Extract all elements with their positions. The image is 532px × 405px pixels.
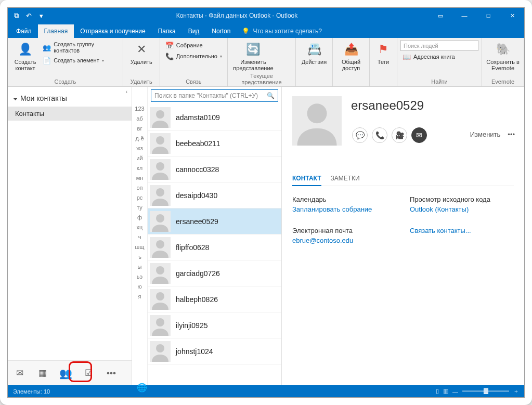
alpha-index[interactable]: ий (136, 155, 142, 161)
new-group-button[interactable]: 👥Создать группу контактов (41, 40, 120, 55)
view-reading-icon[interactable]: ▥ (443, 388, 448, 395)
edit-contact-button[interactable]: Изменить (470, 130, 501, 138)
alpha-index[interactable]: д-ё (135, 135, 144, 141)
tab-home[interactable]: Главная (38, 24, 74, 38)
alpha-index[interactable]: ы (138, 264, 142, 270)
alpha-index[interactable]: ю (137, 283, 141, 290)
zoom-out-icon[interactable]: — (452, 388, 458, 395)
alpha-index[interactable]: 123 (135, 106, 144, 112)
tab-file[interactable]: Файл (10, 24, 38, 38)
alpha-index[interactable]: ъ (138, 254, 141, 260)
my-contacts-header[interactable]: Мои контакты (13, 91, 126, 106)
view-normal-icon[interactable]: ▯ (436, 388, 439, 395)
address-book-button[interactable]: 📖Адресная книга (400, 51, 478, 62)
group-find-label: Найти (400, 78, 478, 85)
contact-row[interactable]: ersanee0529 (148, 208, 281, 234)
alpha-index[interactable]: ьэ (137, 273, 142, 280)
avatar-icon (150, 185, 171, 206)
schedule-meeting-link[interactable]: Запланировать собрание (292, 205, 391, 213)
contact-row[interactable]: desaipd0430 (148, 182, 281, 208)
alpha-index[interactable]: рс (137, 194, 143, 201)
contact-row[interactable]: johnstj1024 (148, 338, 281, 364)
meeting-button[interactable]: 📅Собрание (163, 40, 224, 50)
alpha-index[interactable]: ф (137, 214, 142, 220)
tab-contact[interactable]: КОНТАКТ (292, 172, 321, 186)
alpha-index[interactable]: ч (138, 234, 141, 240)
alpha-index[interactable]: хц (137, 224, 143, 230)
delete-label: Удалить (131, 59, 152, 65)
alpha-index[interactable]: аб (136, 115, 142, 122)
change-view-label: Изменить представление (231, 59, 275, 71)
calendar-icon: 📅 (165, 41, 174, 49)
tell-me-label: Что вы хотите сделать? (253, 28, 322, 35)
alpha-index[interactable]: вг (137, 125, 142, 132)
contacts-folder[interactable]: Контакты (8, 107, 132, 121)
calendar-nav-icon[interactable]: ▦ (35, 365, 50, 381)
contact-row[interactable]: beebeab0211 (148, 130, 281, 156)
people-nav-icon[interactable]: 👥 (58, 365, 73, 381)
zoom-in-icon[interactable]: ＋ (513, 387, 519, 395)
search-icon[interactable]: 🔍 (267, 92, 275, 99)
alpha-index[interactable]: шщ (135, 244, 145, 250)
chevron-down-icon: ▾ (220, 54, 222, 59)
ribbon-display-icon[interactable]: ▭ (429, 8, 452, 23)
source-link[interactable]: Outlook (Контакты) (410, 205, 509, 213)
tell-me-search[interactable]: 💡 Что вы хотите сделать? (237, 24, 327, 38)
undo-icon[interactable]: ↶ (24, 11, 33, 20)
maximize-button[interactable]: □ (476, 8, 500, 23)
evernote-button[interactable]: 🐘Сохранить в Evernote (485, 40, 521, 72)
contact-row[interactable]: flipffo0628 (148, 234, 281, 260)
change-view-button[interactable]: 🔄Изменить представление (231, 40, 276, 72)
email-heading: Электронная почта (292, 227, 391, 234)
qat-more-icon[interactable]: ▾ (37, 11, 45, 20)
new-item-button[interactable]: 📄Создать элемент ▾ (41, 55, 120, 66)
tab-norton[interactable]: Norton (205, 24, 237, 38)
collapse-pane-icon[interactable]: ‹ (126, 89, 127, 95)
tab-sendreceive[interactable]: Отправка и получение (74, 24, 151, 38)
alpha-index[interactable]: жз (136, 145, 142, 151)
tags-button[interactable]: ⚑Теги (373, 40, 394, 66)
zoom-slider[interactable] (462, 390, 509, 392)
more-options-icon[interactable]: ••• (508, 130, 515, 138)
contact-name: ersanee0529 (176, 217, 218, 226)
alpha-index[interactable]: мн (136, 175, 144, 181)
alpha-index[interactable]: ту (137, 204, 142, 211)
new-contact-button[interactable]: 👤 Создать контакт (11, 40, 40, 72)
refresh-icon: 🔄 (245, 41, 262, 58)
actions-button[interactable]: 📇Действия (299, 40, 329, 66)
contact-row[interactable]: cannocc0328 (148, 156, 281, 182)
contact-row[interactable]: halbeph0826 (148, 286, 281, 312)
call-action-icon[interactable]: 📞 (372, 127, 387, 143)
email-action-icon[interactable]: ✉ (411, 127, 427, 143)
contact-row[interactable]: ilyinji0925 (148, 312, 281, 338)
svg-point-1 (156, 136, 164, 145)
alpha-index[interactable]: оп (136, 185, 142, 191)
tasks-nav-icon[interactable]: ☑ (81, 365, 96, 381)
contact-row[interactable]: adamsta0109 (148, 104, 281, 130)
share-button[interactable]: 📤Общий доступ (336, 40, 366, 72)
link-contacts-link[interactable]: Связать контакты... (410, 227, 509, 234)
contact-row[interactable]: garciadg0726 (148, 260, 281, 286)
video-action-icon[interactable]: 🎥 (392, 127, 407, 143)
delete-button[interactable]: ✕Удалить (126, 40, 157, 66)
globe-people-icon[interactable]: 🌐 (137, 383, 147, 393)
more-comm-button[interactable]: 📞Дополнительно ▾ (163, 51, 224, 61)
tags-label: Теги (378, 59, 389, 65)
evernote-icon: 🐘 (495, 41, 511, 58)
tab-folder[interactable]: Папка (152, 24, 182, 38)
more-comm-label: Дополнительно (176, 53, 217, 59)
close-button[interactable]: ✕ (500, 8, 524, 23)
folder-search-input[interactable]: Поиск в папке "Контакты" (CTRL+У) 🔍 (151, 89, 278, 102)
source-heading: Просмотр исходного кода (410, 195, 509, 203)
alpha-index[interactable]: кл (137, 165, 142, 171)
window-title: Контакты - Файл данных Outlook - Outlook (45, 12, 429, 19)
minimize-button[interactable]: — (452, 8, 476, 23)
email-link[interactable]: ebrue@contoso.edu (292, 237, 391, 244)
tab-view[interactable]: Вид (182, 24, 206, 38)
alpha-index[interactable]: я (138, 293, 141, 299)
tab-notes[interactable]: ЗАМЕТКИ (331, 172, 360, 186)
chat-action-icon[interactable]: 💬 (352, 127, 368, 143)
search-people-input[interactable]: Поиск людей (400, 40, 478, 51)
mail-nav-icon[interactable]: ✉ (12, 365, 28, 381)
more-nav-icon[interactable]: ••• (103, 365, 119, 381)
